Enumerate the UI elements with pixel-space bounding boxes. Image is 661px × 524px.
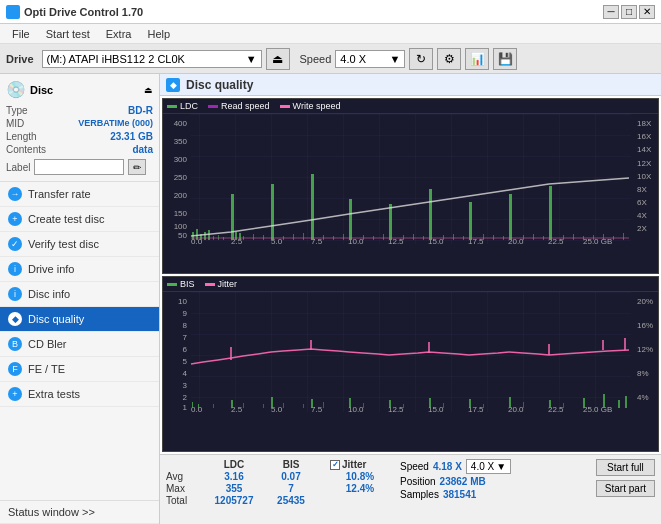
- speed-target-dropdown[interactable]: ▼: [496, 461, 506, 472]
- app-title: Opti Drive Control 1.70: [24, 6, 143, 18]
- svg-text:350: 350: [174, 137, 188, 146]
- sidebar-item-disc-info-label: Disc info: [28, 288, 70, 300]
- disc-eject-icon[interactable]: ⏏: [144, 85, 153, 95]
- save-button[interactable]: 💾: [493, 48, 517, 70]
- cd-bler-icon: B: [8, 337, 22, 351]
- sidebar-item-fe-te[interactable]: F FE / TE: [0, 357, 159, 382]
- svg-text:9: 9: [183, 309, 188, 318]
- sidebar-item-extra-tests[interactable]: + Extra tests: [0, 382, 159, 407]
- sidebar-item-cd-bler[interactable]: B CD Bler: [0, 332, 159, 357]
- max-ldc: 355: [204, 483, 264, 494]
- svg-rect-128: [403, 404, 404, 408]
- svg-rect-73: [573, 234, 574, 240]
- settings-button[interactable]: ⚙: [437, 48, 461, 70]
- sidebar-item-create-test-disc-label: Create test disc: [28, 213, 104, 225]
- samples-row: Samples 381541: [400, 489, 511, 500]
- drive-dropdown-icon[interactable]: ▼: [246, 53, 257, 65]
- disc-length-label: Length: [6, 131, 37, 142]
- speed-value: 4.0 X: [340, 53, 366, 65]
- sidebar-item-transfer-rate[interactable]: → Transfer rate: [0, 182, 159, 207]
- svg-rect-39: [349, 199, 352, 240]
- svg-rect-121: [213, 404, 214, 408]
- svg-rect-35: [235, 232, 237, 240]
- menu-help[interactable]: Help: [139, 26, 178, 42]
- svg-text:10X: 10X: [637, 172, 652, 181]
- sidebar-item-drive-info-label: Drive info: [28, 263, 74, 275]
- start-full-button[interactable]: Start full: [596, 459, 655, 476]
- disc-contents-value: data: [132, 144, 153, 155]
- svg-rect-108: [231, 400, 233, 408]
- max-spacer: [318, 483, 328, 494]
- speed-select[interactable]: 4.0 X ▼: [335, 50, 405, 68]
- svg-rect-36: [239, 233, 241, 240]
- drive-select[interactable]: (M:) ATAPI iHBS112 2 CL0K ▼: [42, 50, 262, 68]
- avg-ldc: 3.16: [204, 471, 264, 482]
- create-test-disc-icon: +: [8, 212, 22, 226]
- content-area: ◆ Disc quality LDC Read speed: [160, 74, 661, 524]
- svg-rect-64: [453, 234, 454, 240]
- minimize-button[interactable]: ─: [603, 5, 619, 19]
- svg-text:16X: 16X: [637, 132, 652, 141]
- disc-label-edit-button[interactable]: ✏: [128, 159, 146, 175]
- sidebar-item-disc-quality[interactable]: ◆ Disc quality: [0, 307, 159, 332]
- disc-label-input[interactable]: [34, 159, 124, 175]
- svg-rect-112: [389, 400, 391, 408]
- disc-type-row: Type BD-R: [6, 105, 153, 116]
- read-speed-legend-label: Read speed: [221, 101, 270, 111]
- disc-type-value: BD-R: [128, 105, 153, 116]
- svg-rect-117: [583, 398, 585, 408]
- svg-rect-118: [603, 394, 605, 408]
- titlebar-controls: ─ □ ✕: [603, 5, 655, 19]
- close-button[interactable]: ✕: [639, 5, 655, 19]
- speed-label: Speed: [300, 53, 332, 65]
- start-buttons: Start full Start part: [596, 459, 655, 497]
- sidebar-item-extra-tests-label: Extra tests: [28, 388, 80, 400]
- svg-rect-126: [323, 402, 324, 408]
- speed-target-select[interactable]: 4.0 X ▼: [466, 459, 511, 474]
- speed-dropdown-icon[interactable]: ▼: [389, 53, 400, 65]
- stats-table: LDC BIS ✓ Jitter Avg 3.16 0.07 10.8%: [166, 459, 390, 506]
- status-window-label: Status window >>: [8, 506, 95, 518]
- svg-text:100: 100: [174, 222, 188, 231]
- titlebar-left: Opti Drive Control 1.70: [6, 5, 143, 19]
- bis-legend-color: [167, 283, 177, 286]
- svg-rect-32: [204, 232, 206, 240]
- avg-jitter: 10.8%: [330, 471, 390, 482]
- total-ldc: 1205727: [204, 495, 264, 506]
- menu-extra[interactable]: Extra: [98, 26, 140, 42]
- svg-rect-37: [271, 184, 274, 240]
- disc-label-row: Label ✏: [6, 159, 153, 175]
- svg-text:5: 5: [183, 357, 188, 366]
- menu-file[interactable]: File: [4, 26, 38, 42]
- svg-rect-110: [311, 399, 313, 408]
- svg-text:20%: 20%: [637, 297, 653, 306]
- report-button[interactable]: 📊: [465, 48, 489, 70]
- sidebar-item-verify-test-disc[interactable]: ✓ Verify test disc: [0, 232, 159, 257]
- svg-rect-132: [563, 403, 564, 408]
- status-window-button[interactable]: Status window >>: [0, 501, 159, 524]
- jitter-checkbox[interactable]: ✓: [330, 460, 340, 470]
- start-part-button[interactable]: Start part: [596, 480, 655, 497]
- svg-rect-43: [509, 194, 512, 240]
- ldc-legend-color: [167, 105, 177, 108]
- eject-button[interactable]: ⏏: [266, 48, 290, 70]
- maximize-button[interactable]: □: [621, 5, 637, 19]
- max-label: Max: [166, 483, 202, 494]
- svg-rect-122: [243, 403, 244, 408]
- svg-rect-106: [192, 402, 193, 408]
- svg-text:7: 7: [183, 333, 188, 342]
- total-spacer: [318, 495, 328, 506]
- sidebar-item-create-test-disc[interactable]: + Create test disc: [0, 207, 159, 232]
- menu-start-test[interactable]: Start test: [38, 26, 98, 42]
- refresh-button[interactable]: ↻: [409, 48, 433, 70]
- disc-quality-title: Disc quality: [186, 78, 253, 92]
- sidebar-item-drive-info[interactable]: i Drive info: [0, 257, 159, 282]
- svg-text:400: 400: [174, 119, 188, 128]
- svg-text:8: 8: [183, 321, 188, 330]
- svg-rect-66: [483, 234, 484, 240]
- stats-col-bis: BIS: [266, 459, 316, 470]
- sidebar-item-disc-info[interactable]: i Disc info: [0, 282, 159, 307]
- drive-info-icon: i: [8, 262, 22, 276]
- stats-col-blank: [166, 459, 202, 470]
- svg-rect-109: [271, 397, 273, 408]
